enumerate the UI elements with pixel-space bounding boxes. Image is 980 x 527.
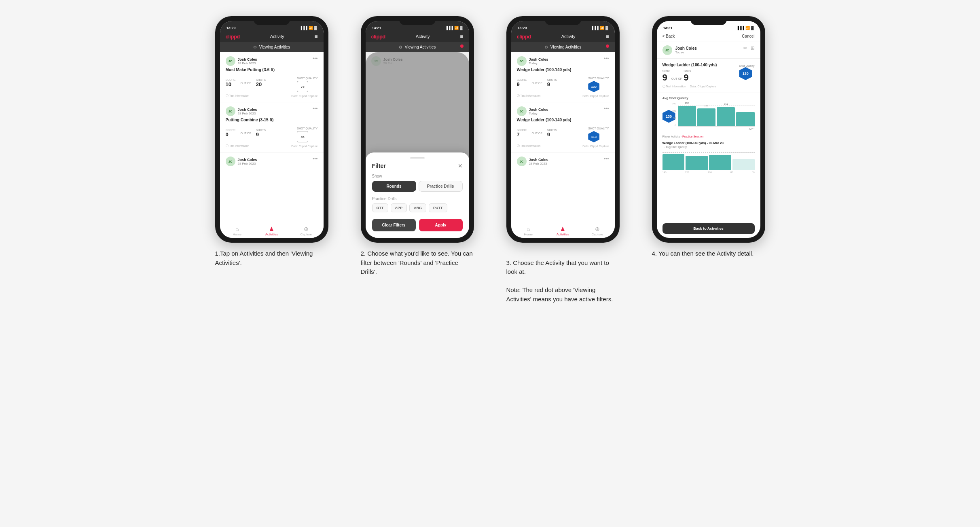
filter-close-btn-2[interactable]: ✕ bbox=[458, 163, 463, 169]
cancel-btn-4[interactable]: Cancel bbox=[742, 34, 754, 38]
user-date-3-3: 28 Feb 2023 bbox=[529, 162, 548, 165]
status-time-2: 13:21 bbox=[372, 26, 381, 30]
phone-notch-4 bbox=[690, 16, 727, 25]
pill-ott-2[interactable]: OTT bbox=[372, 203, 388, 212]
footer-data-1-2: Data: Clippd Capture bbox=[291, 145, 317, 148]
activities-icon-3: ♟ bbox=[560, 226, 565, 232]
filter-modal-2: Filter ✕ Show Rounds Practice Drills Pra… bbox=[366, 152, 469, 238]
card-dots-3-1[interactable]: ••• bbox=[604, 56, 609, 61]
footer-data-3-2: Data: Clippd Capture bbox=[582, 145, 609, 148]
dashed-line-activity bbox=[663, 152, 755, 152]
activity-title-1-1: Must Make Putting (3-6 ft) bbox=[226, 68, 318, 72]
shots-label-1-1: Shots bbox=[256, 78, 266, 81]
card-dots-3-3[interactable]: ••• bbox=[604, 157, 609, 161]
status-icons-2: ▐▐▐ 📶 ▓ bbox=[445, 26, 463, 30]
viewing-banner-3[interactable]: ⚙ Viewing Activities bbox=[511, 42, 615, 52]
stats-row-1-1: Score 10 OUT OF Shots 20 Shot Quality 75 bbox=[226, 74, 318, 92]
back-btn-4[interactable]: < Back bbox=[663, 34, 675, 38]
practice-tab-2[interactable]: Practice Drills bbox=[419, 181, 463, 192]
hamburger-icon-1[interactable]: ≡ bbox=[314, 33, 317, 40]
chart-y-axis-4: 140 100 50 0 bbox=[672, 102, 677, 127]
activity-card-1-3[interactable]: JC Josh Coles 28 Feb 2023 ••• bbox=[220, 152, 324, 172]
chart-x-label-4: APP bbox=[678, 127, 755, 130]
bottom-nav-capture-1[interactable]: ⊕ Capture bbox=[289, 223, 323, 238]
app-nav-3: clippd Activity ≡ bbox=[511, 31, 615, 42]
step-4-column: 13:21 ▐▐▐ 📶 ▓ < Back Cancel JC bbox=[644, 16, 773, 304]
signal-icon-3: ▐▐▐ bbox=[591, 26, 599, 30]
shots-label-3-1: Shots bbox=[547, 78, 557, 81]
footer-info-1-2: ⓘ Test Information bbox=[226, 144, 250, 148]
bottom-nav-capture-label-1: Capture bbox=[301, 233, 312, 236]
rounds-tab-2[interactable]: Rounds bbox=[372, 181, 416, 192]
nav-logo-3: clippd bbox=[517, 34, 531, 40]
quality-label-3-1: Shot Quality bbox=[588, 77, 609, 80]
stats-row-1-2: Score 0 OUT OF Shots 9 Shot Quality 45 bbox=[226, 124, 318, 142]
shots-val-1-1: 20 bbox=[256, 81, 262, 87]
settings-icon-2: ⚙ bbox=[399, 45, 402, 49]
user-name-3-3: Josh Coles bbox=[529, 158, 548, 162]
nav-title-3: Activity bbox=[561, 34, 576, 39]
phone-notch-3 bbox=[545, 16, 581, 25]
app-nav-1: clippd Activity ≡ bbox=[220, 31, 324, 42]
footer-info-3-2: ⓘ Test Information bbox=[517, 144, 541, 148]
shots-val-3-1: 9 bbox=[547, 81, 550, 87]
score-label-1-2: Score bbox=[226, 129, 236, 131]
chart-container-4: Avg Shot Quality 130 140 100 50 bbox=[657, 93, 760, 133]
activity-title-3-2: Wedge Ladder (100-140 yds) bbox=[517, 118, 609, 122]
nav-logo-2: clippd bbox=[371, 34, 385, 40]
card-dots-1-1[interactable]: ••• bbox=[313, 56, 318, 61]
pill-app-2[interactable]: APP bbox=[391, 203, 407, 212]
apply-btn-2[interactable]: Apply bbox=[419, 219, 463, 231]
phone-2-body: JC Josh Coles 28 Feb Filter bbox=[366, 52, 469, 238]
stats-row-3-1: Score 9 OUT OF Shots 9 Shot Quality 130 bbox=[517, 74, 609, 92]
act-bar-1 bbox=[663, 154, 685, 170]
status-icons-1: ▐▐▐ 📶 ▓ bbox=[300, 26, 317, 30]
chart-bar-3-4: 124 bbox=[717, 107, 735, 126]
activity-card-3-2[interactable]: JC Josh Coles Today ••• Wedge Ladder (10… bbox=[511, 102, 615, 152]
detail-icons-4: ✏ ⊞ bbox=[743, 45, 755, 51]
card-dots-1-2[interactable]: ••• bbox=[313, 106, 318, 111]
phone-2: 13:21 ▐▐▐ 📶 ▓ clippd Activity ≡ ⚙ Viewin… bbox=[361, 16, 474, 243]
show-label-2: Show bbox=[372, 174, 463, 178]
red-dot-2 bbox=[460, 44, 464, 48]
back-to-activities-btn-4[interactable]: Back to Activities bbox=[663, 223, 755, 234]
signal-icon-4: ▐▐▐ bbox=[737, 26, 744, 30]
bottom-nav-activities-1[interactable]: ♟ Activities bbox=[254, 223, 289, 238]
bottom-nav-activities-3[interactable]: ♟ Activities bbox=[546, 223, 580, 238]
viewing-banner-2[interactable]: ⚙ Viewing Activities bbox=[366, 42, 469, 52]
settings-icon-1: ⚙ bbox=[253, 45, 257, 49]
score-val-1-1: 10 bbox=[226, 81, 231, 87]
activity-card-1-2[interactable]: JC Josh Coles 28 Feb 2023 ••• Putting Co… bbox=[220, 102, 324, 152]
viewing-banner-1[interactable]: ⚙ Viewing Activities bbox=[220, 42, 324, 52]
bottom-nav-home-1[interactable]: ⌂ Home bbox=[220, 223, 254, 238]
edit-icon-4[interactable]: ✏ bbox=[743, 45, 747, 51]
avatar-1-3: JC bbox=[226, 157, 235, 166]
card-dots-1-3[interactable]: ••• bbox=[313, 157, 318, 161]
expand-icon-4[interactable]: ⊞ bbox=[751, 45, 755, 51]
score-val-1-2: 0 bbox=[226, 131, 229, 138]
card-dots-3-2[interactable]: ••• bbox=[604, 106, 609, 111]
clear-filters-btn-2[interactable]: Clear Filters bbox=[372, 219, 416, 231]
hamburger-icon-2[interactable]: ≡ bbox=[460, 33, 463, 40]
bottom-nav-capture-3[interactable]: ⊕ Capture bbox=[580, 223, 614, 238]
activity-card-1-1[interactable]: JC Josh Coles 28 Feb 2023 ••• Must Make … bbox=[220, 52, 324, 102]
settings-icon-3: ⚙ bbox=[544, 45, 548, 49]
bottom-nav-home-3[interactable]: ⌂ Home bbox=[511, 223, 546, 238]
activity-card-3-1[interactable]: JC Josh Coles Today ••• Wedge Ladder (10… bbox=[511, 52, 615, 102]
bottom-nav-capture-label-3: Capture bbox=[592, 233, 603, 236]
chart-title-4: Avg Shot Quality bbox=[663, 96, 755, 100]
pill-putt-2[interactable]: PUTT bbox=[429, 203, 447, 212]
pill-arg-2[interactable]: ARG bbox=[409, 203, 426, 212]
hamburger-icon-3[interactable]: ≡ bbox=[605, 33, 609, 40]
quality-label-1-2: Shot Quality bbox=[297, 127, 317, 130]
activity-chart-4: 140 120 100 80 60 bbox=[657, 150, 760, 174]
phone-4: 13:21 ▐▐▐ 📶 ▓ < Back Cancel JC bbox=[652, 16, 765, 243]
filter-title-2: Filter bbox=[372, 163, 386, 169]
battery-icon-3: ▓ bbox=[605, 26, 608, 30]
battery-icon-1: ▓ bbox=[314, 26, 317, 30]
avatar-1-2: JC bbox=[226, 106, 235, 116]
user-info-3-1: JC Josh Coles Today bbox=[517, 56, 548, 66]
quality-label-1-1: Shot Quality bbox=[297, 77, 317, 80]
activity-card-3-3[interactable]: JC Josh Coles 28 Feb 2023 ••• bbox=[511, 152, 615, 172]
footer-data-3-1: Data: Clippd Capture bbox=[582, 95, 609, 97]
